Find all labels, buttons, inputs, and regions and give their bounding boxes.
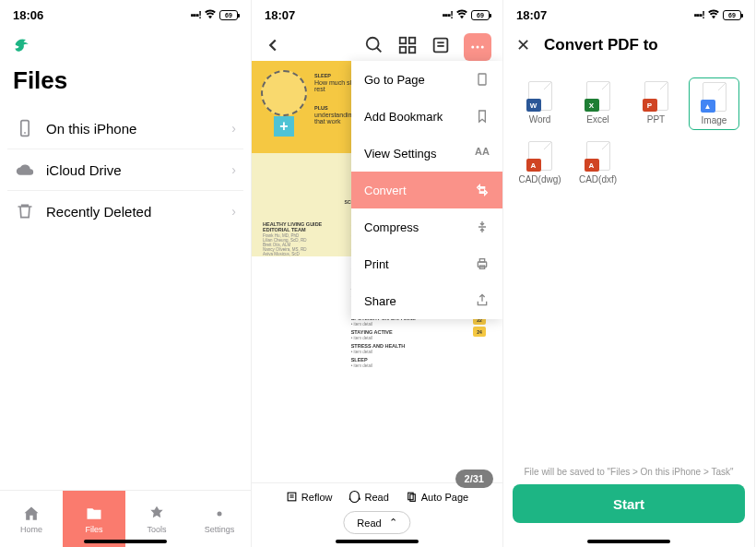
wifi-icon <box>455 7 468 22</box>
svg-rect-8 <box>409 47 415 53</box>
svg-point-3 <box>367 38 379 50</box>
convert-header: ✕ Convert PDF to <box>503 26 754 65</box>
wifi-icon <box>204 7 217 22</box>
status-time: 18:06 <box>13 8 43 22</box>
location-label: iCloud Drive <box>46 162 220 178</box>
svg-point-2 <box>218 511 222 516</box>
screen-convert: 18:07 ▪▪▪! 69 ✕ Convert PDF to WWordXExc… <box>503 0 755 547</box>
close-button[interactable]: ✕ <box>516 35 535 55</box>
format-caddxf[interactable]: ACAD(dxf) <box>573 137 623 188</box>
tool-read[interactable]: Read <box>348 491 388 503</box>
tab-bar: Home Files Tools Settings <box>0 490 251 547</box>
tool-auto-page[interactable]: Auto Page <box>406 491 468 503</box>
format-word[interactable]: WWord <box>514 77 565 130</box>
battery-icon: 69 <box>723 10 741 20</box>
menu-share[interactable]: Share <box>351 282 502 319</box>
format-label: Excel <box>586 114 608 125</box>
save-location-hint: File will be saved to "Files > On this i… <box>503 467 754 477</box>
tab-files[interactable]: Files <box>63 491 125 547</box>
plus-icon: + <box>274 116 294 137</box>
signal-icon: ▪▪▪! <box>694 9 704 20</box>
location-label: Recently Deleted <box>46 204 220 220</box>
chevron-right-icon: › <box>231 121 236 136</box>
svg-rect-5 <box>400 38 406 43</box>
battery-icon: 69 <box>219 10 238 20</box>
format-ppt[interactable]: PPPT <box>631 77 681 130</box>
page-title: Convert PDF to <box>544 36 658 54</box>
location-recently-deleted[interactable]: Recently Deleted › <box>7 191 243 232</box>
battery-icon: 69 <box>471 10 490 20</box>
menu-add-bookmark[interactable]: Add Bookmark <box>351 98 502 135</box>
svg-rect-7 <box>400 47 406 53</box>
file-icon: ▲ <box>703 82 726 112</box>
trash-icon <box>15 201 35 221</box>
tab-tools[interactable]: Tools <box>125 491 188 547</box>
svg-line-4 <box>377 48 382 53</box>
doc-page-number: 24 <box>473 327 486 337</box>
file-icon: P <box>644 81 668 111</box>
file-icon: A <box>586 141 610 171</box>
wifi-icon <box>707 7 720 22</box>
thumbnails-button[interactable] <box>397 35 418 59</box>
tab-settings[interactable]: Settings <box>188 491 251 547</box>
home-indicator[interactable] <box>587 540 670 543</box>
menu-goto-page[interactable]: Go to Page <box>351 61 502 98</box>
more-menu: Go to Page Add Bookmark View SettingsAA … <box>351 61 502 319</box>
status-right: ▪▪▪! 69 <box>191 7 238 22</box>
format-label: CAD(dwg) <box>518 174 561 184</box>
tab-label: Settings <box>205 525 235 534</box>
format-label: CAD(dxf) <box>579 174 617 184</box>
outline-button[interactable] <box>431 35 451 59</box>
signal-icon: ▪▪▪! <box>191 9 201 20</box>
screen-reader: 18:07 ▪▪▪! 69 + SLEEP How much sleep do … <box>252 0 503 547</box>
read-mode-button[interactable]: Read ⌃ <box>343 511 410 534</box>
status-bar: 18:06 ▪▪▪! 69 <box>0 0 251 26</box>
svg-point-12 <box>471 46 474 49</box>
back-button[interactable] <box>263 35 283 59</box>
menu-compress[interactable]: Compress <box>351 208 502 245</box>
menu-convert[interactable]: Convert <box>351 172 502 208</box>
home-indicator[interactable] <box>336 540 419 543</box>
start-button[interactable]: Start <box>513 484 745 523</box>
location-label: On this iPhone <box>46 121 220 137</box>
svg-point-14 <box>481 46 484 49</box>
app-logo <box>0 26 251 63</box>
more-button[interactable] <box>464 33 491 61</box>
file-icon: X <box>586 81 610 111</box>
sleep-illustration <box>261 70 307 116</box>
svg-rect-15 <box>478 74 486 85</box>
locations-list: On this iPhone › iCloud Drive › Recently… <box>0 108 251 232</box>
format-image[interactable]: ▲Image <box>689 77 739 130</box>
format-caddwg[interactable]: ACAD(dwg) <box>514 137 565 188</box>
status-bar: 18:07 ▪▪▪! 69 <box>503 0 754 26</box>
search-button[interactable] <box>364 35 384 59</box>
screen-files: 18:06 ▪▪▪! 69 Files On this iPhone › iCl… <box>0 0 252 547</box>
tab-label: Home <box>20 525 42 534</box>
tab-home[interactable]: Home <box>0 491 63 547</box>
status-time: 18:07 <box>265 8 295 22</box>
format-label: Word <box>529 114 551 125</box>
tab-label: Tools <box>147 525 166 534</box>
page-title: Files <box>0 63 251 108</box>
status-right: ▪▪▪! 69 <box>443 7 490 22</box>
menu-print[interactable]: Print <box>351 245 502 282</box>
format-grid: WWordXExcelPPPT▲ImageACAD(dwg)ACAD(dxf) <box>503 65 754 201</box>
chevron-up-icon: ⌃ <box>389 517 397 529</box>
doc-toc-item: STRESS AND HEALTH <box>351 343 464 349</box>
svg-point-13 <box>477 46 479 49</box>
doc-toc-item: SLEEP <box>351 357 464 363</box>
chevron-right-icon: › <box>231 162 236 177</box>
format-excel[interactable]: XExcel <box>573 77 623 130</box>
signal-icon: ▪▪▪! <box>443 9 453 20</box>
tool-reflow[interactable]: Reflow <box>286 491 333 503</box>
location-on-this-iphone[interactable]: On this iPhone › <box>7 108 243 149</box>
tab-label: Files <box>85 525 102 534</box>
home-indicator[interactable] <box>84 540 167 543</box>
status-time: 18:07 <box>516 8 547 22</box>
location-icloud-drive[interactable]: iCloud Drive › <box>7 149 243 191</box>
format-label: PPT <box>647 114 665 125</box>
file-icon: A <box>528 141 552 171</box>
menu-view-settings[interactable]: View SettingsAA <box>351 135 502 172</box>
status-right: ▪▪▪! 69 <box>694 7 741 22</box>
file-icon: W <box>528 81 552 111</box>
